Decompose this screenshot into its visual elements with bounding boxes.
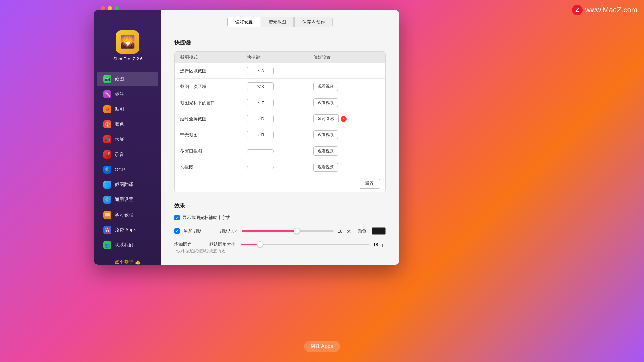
like-button[interactable]: 点个赞吧 👍 [108,253,147,265]
shortcuts-title: 快捷键 [174,39,386,46]
main-content: 偏好设置 带壳截图 保存 & 动作 快捷键 截图模式 快捷键 偏好设置 [161,10,399,265]
row-2-shortcut-box[interactable]: ⌥Z [247,99,274,107]
app-name: iShot Pro: 2.2.6 [112,56,143,61]
row-3-shortcut-box[interactable]: ⌥D [247,115,274,123]
row-6-shortcut-cell [247,166,314,169]
sidebar-item-quse[interactable]: 🎨 取色 [97,117,158,132]
app-icon-wrapper: 🌄 iShot Pro: 2.2.6 [112,30,143,61]
sidebar-item-lupin[interactable]: 📹 录屏 [97,132,158,147]
row-1-shortcut-cell: ⌥X [247,82,314,91]
table-row: 截图光标下的窗口 ⌥Z 观看视频 [175,95,385,111]
apps-icon: 🅰️ [103,226,111,234]
corner-unit: pt [382,242,386,247]
shadow-slider-track [241,230,334,232]
content-scroll: 快捷键 截图模式 快捷键 偏好设置 选择区域截图 ⌥A [161,33,399,265]
close-button[interactable] [101,6,105,10]
row-4-watch-video-btn[interactable]: 观看视频 [313,130,338,139]
maximize-button[interactable] [115,6,119,10]
row-2-watch-video-btn[interactable]: 观看视频 [313,98,338,107]
ocr-icon: 🔍 [103,166,111,174]
row-5-pref: 观看视频 [313,146,380,156]
sidebar-item-tiehu[interactable]: 📌 贴图 [97,102,158,117]
corner-slider-container [241,244,369,245]
crosshair-checkbox[interactable] [174,215,180,220]
lianxi-icon: 👥 [103,241,111,249]
row-6-shortcut-box[interactable] [247,166,274,169]
shadow-row: 添加阴影 阴影大小: 18 pt 颜色: [174,227,386,235]
xuexi-icon: 📖 [103,211,111,219]
apps-count: 981 Apps [311,343,333,349]
sidebar-item-jietu[interactable]: 📷 截图 [97,72,158,86]
delay-circle-icon[interactable]: × [341,116,347,122]
row-2-mode: 截图光标下的窗口 [180,100,247,106]
row-5-shortcut-box[interactable] [247,149,274,153]
row-1-pref: 观看视频 [313,82,380,91]
row-4-shortcut-box[interactable]: ⌥R [247,131,274,139]
sidebar-item-ocr[interactable]: 🔍 OCR [97,162,158,177]
corner-row: 增加圆角 默认圆角大小: 18 pt *仅对拖拽选取区域的截图有效 [174,241,386,254]
sidebar-item-luyin[interactable]: 🎤 录音 [97,147,158,162]
sidebar-item-tongyong[interactable]: ⚙️ 通用设置 [97,192,158,207]
crosshair-row: 显示截图光标辅助十字线 [174,215,386,221]
table-row: 带壳截图 ⌥R 观看视频 [175,127,385,143]
corner-size-label: 默认圆角大小: [209,241,237,247]
reset-button[interactable]: 重置 [359,179,380,189]
biaohu-icon: ✏️ [103,90,111,98]
shadow-size-label: 阴影大小: [219,228,237,234]
shortcuts-section: 快捷键 截图模式 快捷键 偏好设置 选择区域截图 ⌥A [174,39,386,192]
shadow-color-picker[interactable] [372,227,386,235]
row-2-pref: 观看视频 [313,98,380,107]
row-2-shortcut-cell: ⌥Z [247,99,314,107]
table-row: 长截图 观看视频 [175,159,385,175]
sidebar-label-lianxi: 联系我们 [115,242,133,248]
tab-preferences[interactable]: 偏好设置 [227,17,260,27]
shadow-unit: pt [347,229,351,234]
row-4-shortcut-cell: ⌥R [247,131,314,139]
jietu-icon: 📷 [103,75,111,83]
tab-shell-screenshot[interactable]: 带壳截图 [261,17,294,27]
sidebar-label-xuexi: 学习教程 [115,212,133,218]
corner-label: 增加圆角 [174,241,192,247]
row-5-watch-video-btn[interactable]: 观看视频 [313,146,338,156]
shadow-label: 添加阴影 [184,228,201,234]
crosshair-label: 显示截图光标辅助十字线 [182,215,230,221]
sidebar-label-quse: 取色 [115,121,124,127]
tiehu-icon: 📌 [103,105,111,113]
row-3-mode: 延时全屏截图 [180,116,247,122]
row-6-watch-video-btn[interactable]: 观看视频 [313,163,338,172]
sidebar-nav: 📷 截图 ✏️ 标注 📌 贴图 🎨 取色 📹 录屏 🎤 录音 [94,71,161,253]
sidebar-label-biaohu: 标注 [115,91,124,97]
row-3-shortcut-cell: ⌥D [247,115,314,123]
effects-section: 效果 显示截图光标辅助十字线 添加阴影 阴影大小: 18 [174,202,386,254]
col-header-shortcut: 快捷键 [247,54,314,60]
row-0-shortcut-box[interactable]: ⌥A [247,67,274,75]
row-3-pref: 延时 3 秒 × [313,114,380,123]
row-4-mode: 带壳截图 [180,132,247,138]
app-icon: 🌄 [116,30,139,54]
corner-slider-thumb[interactable] [257,241,263,247]
sidebar-item-biaohu[interactable]: ✏️ 标注 [97,87,158,102]
sidebar-item-fanyi[interactable]: 🌐 截图翻译 [97,177,158,192]
sidebar-item-lianxi[interactable]: 👥 联系我们 [97,238,158,252]
tongyong-icon: ⚙️ [103,196,111,204]
row-1-watch-video-btn[interactable]: 观看视频 [313,82,338,91]
row-1-shortcut-box[interactable]: ⌥X [247,82,274,91]
col-header-pref: 偏好设置 [313,54,380,60]
sidebar-label-tongyong: 通用设置 [115,197,133,203]
col-header-mode: 截图模式 [180,54,247,60]
row-6-pref: 观看视频 [313,163,380,172]
reset-row: 重置 [175,175,385,192]
sidebar-item-apps[interactable]: 🅰️ 免费 Apps [97,223,158,237]
lupin-icon: 📹 [103,135,111,143]
sidebar-item-xuexi[interactable]: 📖 学习教程 [97,207,158,222]
delay-btn[interactable]: 延时 3 秒 [313,114,338,123]
apps-bar: 981 Apps [304,341,340,352]
row-5-mode: 多窗口截图 [180,148,247,154]
shadow-checkbox[interactable] [174,228,180,234]
minimize-button[interactable] [108,6,112,10]
fanyi-icon: 🌐 [103,181,111,189]
shadow-slider-thumb[interactable] [294,228,300,234]
row-0-shortcut-cell: ⌥A [247,67,314,75]
tab-save-actions[interactable]: 保存 & 动作 [294,17,333,27]
sidebar-label-apps: 免费 Apps [115,227,136,233]
